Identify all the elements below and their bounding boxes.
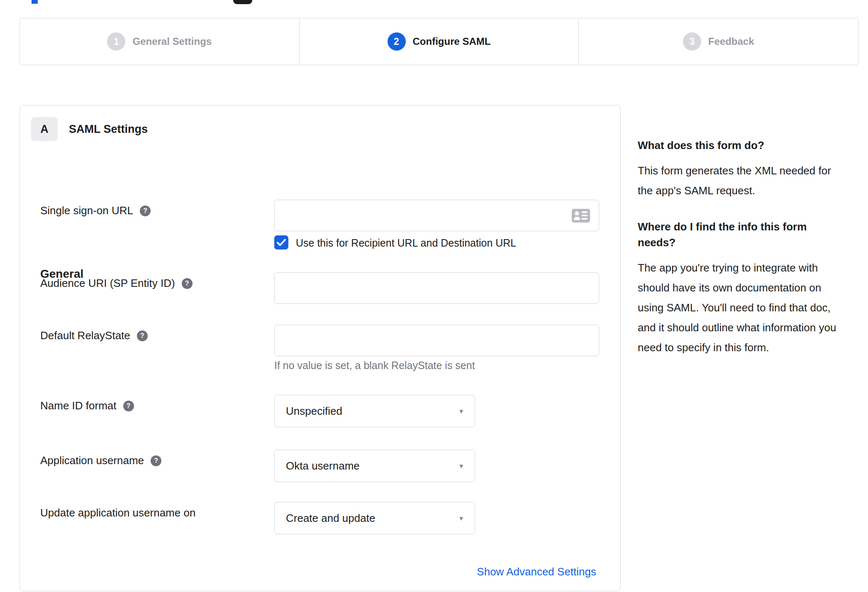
help-sidebar: What does this form do? This form genera… <box>638 137 845 357</box>
step-label: Configure SAML <box>413 36 491 47</box>
name-id-format-label-row: Name ID format ? <box>40 399 134 412</box>
recipient-url-checkbox[interactable] <box>274 235 288 250</box>
name-id-format-label: Name ID format <box>40 399 117 412</box>
contact-card-icon <box>572 209 590 223</box>
update-app-username-label-row: Update application username on <box>40 506 195 519</box>
name-id-format-value: Unspecified <box>286 405 342 418</box>
help-icon[interactable]: ? <box>182 278 193 289</box>
step-number-badge: 2 <box>388 32 406 51</box>
sidebar-answer-1: This form generates the XML needed for t… <box>638 161 838 201</box>
sso-url-label: Single sign-on URL <box>40 204 133 217</box>
checkmark-icon <box>277 239 286 246</box>
sso-url-input[interactable] <box>274 200 599 231</box>
cutoff-title-fragment <box>32 0 38 4</box>
audience-uri-label-row: Audience URI (SP Entity ID) ? <box>40 277 193 290</box>
step-general-settings[interactable]: 1 General Settings <box>20 18 299 65</box>
relay-state-label: Default RelayState <box>40 329 130 342</box>
wizard-stepper: 1 General Settings 2 Configure SAML 3 Fe… <box>20 18 858 65</box>
update-app-username-label: Update application username on <box>40 506 195 519</box>
relay-state-input[interactable] <box>274 325 599 356</box>
update-app-username-select[interactable]: Create and update ▼ <box>274 502 475 534</box>
step-configure-saml[interactable]: 2 Configure SAML <box>299 18 579 65</box>
update-app-username-value: Create and update <box>286 512 375 525</box>
app-username-select[interactable]: Okta username ▼ <box>274 450 475 482</box>
sidebar-question-2: Where do I find the info this form needs… <box>638 219 837 250</box>
step-label: General Settings <box>132 36 212 47</box>
help-icon[interactable]: ? <box>123 401 134 411</box>
chevron-down-icon: ▼ <box>458 408 464 415</box>
app-username-label-row: Application username ? <box>40 454 161 467</box>
step-number-badge: 1 <box>107 32 125 51</box>
step-label: Feedback <box>708 36 754 47</box>
help-icon[interactable]: ? <box>140 205 151 216</box>
chevron-down-icon: ▼ <box>458 462 464 470</box>
sso-url-label-row: Single sign-on URL ? <box>40 204 151 217</box>
chevron-down-icon: ▼ <box>458 515 464 522</box>
saml-settings-panel: A SAML Settings General Single sign-on U… <box>20 105 621 591</box>
help-icon[interactable]: ? <box>151 455 161 466</box>
relay-state-helper-text: If no value is set, a blank RelayState i… <box>274 360 475 372</box>
app-username-label: Application username <box>40 454 144 467</box>
sidebar-answer-2: The app you're trying to integrate with … <box>638 258 838 357</box>
app-username-value: Okta username <box>286 460 360 472</box>
sidebar-question-1: What does this form do? <box>638 137 837 153</box>
audience-uri-label: Audience URI (SP Entity ID) <box>40 277 175 290</box>
cutoff-icon-fragment <box>233 0 252 4</box>
section-title: SAML Settings <box>69 117 148 141</box>
help-icon[interactable]: ? <box>137 330 148 341</box>
recipient-url-checkbox-label: Use this for Recipient URL and Destinati… <box>296 237 516 249</box>
show-advanced-settings-link[interactable]: Show Advanced Settings <box>477 565 596 578</box>
name-id-format-select[interactable]: Unspecified ▼ <box>274 395 475 427</box>
section-a-badge: A <box>31 117 58 141</box>
audience-uri-input[interactable] <box>274 272 599 304</box>
step-number-badge: 3 <box>683 32 701 51</box>
step-feedback[interactable]: 3 Feedback <box>578 18 858 65</box>
relay-state-label-row: Default RelayState ? <box>40 329 148 342</box>
